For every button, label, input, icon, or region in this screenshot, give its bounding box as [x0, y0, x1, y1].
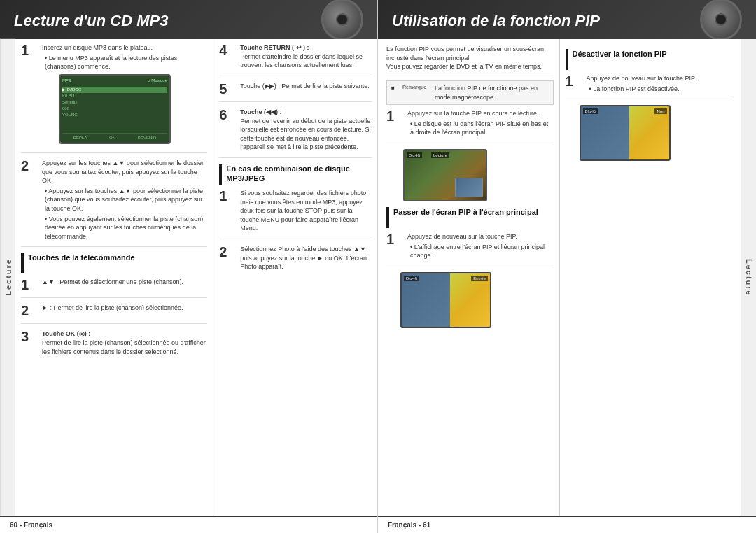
- pip-screen-inner: Blu-Ki Lecture: [405, 150, 486, 200]
- step6-title: Touche (◀◀) :: [240, 108, 281, 115]
- touches-ok-title: Touche OK (◎) :: [42, 330, 90, 337]
- step-bullet-2a: • Appuyez sur les touches ▲▼ pour sélect…: [45, 187, 207, 213]
- desact-left-img: [581, 106, 629, 159]
- page-right: Utilisation de la fonction PIP La foncti…: [378, 0, 756, 533]
- passer-title: Passer de l'écran PIP à l'écran principa…: [393, 207, 538, 217]
- step4-text: Permet d'atteindre le dossier dans leque…: [240, 53, 363, 69]
- step-content-2: Appuyez sur les touches ▲▼ pour sélectio…: [42, 159, 207, 241]
- desact-right-img: [629, 106, 669, 159]
- passer-content-1: Appuyez de nouveau sur la touche PIP. • …: [407, 232, 554, 260]
- step-content-5: Touche (▶▶) : Permet de lire la piste su…: [240, 82, 372, 91]
- mp3-top-bar: MP3 ♪ Musique: [62, 78, 167, 85]
- touches-num-2: 2: [21, 304, 38, 318]
- right-footer: Français - 61: [378, 516, 756, 533]
- encas-step-2: 2 Sélectionnez Photo à l'aide des touche…: [219, 245, 372, 277]
- touches-section-header: Touches de la télécommande: [21, 253, 207, 273]
- step-6: 6 Touche (◀◀) : Permet de revenir au déb…: [219, 108, 372, 158]
- step-num-5: 5: [219, 82, 236, 96]
- touches-title: Touches de la télécommande: [28, 253, 135, 262]
- pip-col-left: La fonction PIP vous permet de visualise…: [378, 39, 560, 516]
- step-4: 4 Touche RETURN ( ↩ ) : Permet d'atteind…: [219, 43, 372, 76]
- right-body: La fonction PIP vous permet de visualise…: [378, 39, 756, 516]
- left-col-b: 4 Touche RETURN ( ↩ ) : Permet d'atteind…: [214, 39, 377, 516]
- desactiver-bullet: • La fonction PIP est désactivée.: [589, 85, 733, 94]
- passer-step-1: 1 Appuyez de nouveau sur la touche PIP. …: [386, 232, 554, 266]
- left-col-a: 1 Insérez un disque MP3 dans le plateau.…: [15, 39, 214, 516]
- step-5: 5 Touche (▶▶) : Permet de lire la piste …: [219, 82, 372, 102]
- desactiver-screen-display: Blu-Ki Non: [580, 105, 671, 161]
- pip-col-right: Désactiver la fonction PIP 1 Appuyez de …: [560, 39, 741, 516]
- pip-screen-display: Blu-Ki Lecture: [403, 149, 487, 201]
- passer-num-1: 1: [386, 232, 403, 246]
- mp3-file-young: YOUNG: [62, 112, 167, 118]
- encas-title: En cas de combinaison de disque MP3/JPEG: [226, 164, 372, 184]
- step-bullet-2b: • Vous pouvez également sélectionner la …: [45, 215, 207, 241]
- encas-num-2: 2: [219, 245, 236, 259]
- passer-label-left: Blu-Ki: [404, 276, 419, 281]
- desactiver-title: Désactiver la fonction PIP: [573, 49, 667, 59]
- encas-num-1: 1: [219, 189, 236, 203]
- step-bullet-1: • Le menu MP3 apparaît et la lecture des…: [45, 54, 207, 71]
- mp3-btn-depla: DEPLA: [74, 135, 88, 141]
- step6-text: Permet de revenir au début de la piste a…: [240, 118, 370, 151]
- mp3-mode: ♪ Musique: [148, 78, 167, 83]
- left-sidebar-label: Lecture: [0, 39, 15, 516]
- pip-step-bullet-1: • Le disque est lu dans l'écran PIP situ…: [410, 120, 554, 137]
- step4-title: Touche RETURN ( ↩ ) :: [240, 44, 309, 51]
- step-1: 1 Insérez un disque MP3 dans le plateau.…: [21, 43, 207, 153]
- left-title: Lecture d'un CD MP3: [14, 13, 363, 29]
- pip-step-num-1: 1: [386, 109, 403, 123]
- mp3-btn-on: ON: [109, 135, 115, 141]
- mp3-file-888: 888: [62, 106, 167, 112]
- mp3-btn-revenir: REVENIR: [138, 135, 157, 141]
- right-page-number: Français - 61: [388, 521, 430, 529]
- touches-content-1: ▲▼ : Permet de sélectionner une piste (c…: [42, 278, 207, 287]
- touches-content-2: ► : Permet de lire la piste (chanson) sé…: [42, 304, 207, 313]
- touches-num-1: 1: [21, 278, 38, 292]
- touches-num-3: 3: [21, 329, 38, 343]
- left-body: Lecture 1 Insérez un disque MP3 dans le …: [0, 39, 377, 516]
- left-footer: 60 - Français: [0, 516, 377, 533]
- step-number-2: 2: [21, 159, 38, 173]
- desactiver-screen-inner: Blu-Ki Non: [581, 106, 669, 159]
- step-2: 2 Appuyez sur les touches ▲▼ pour sélect…: [21, 159, 207, 247]
- step-num-4: 4: [219, 43, 236, 57]
- pip-lecture-label: Lecture: [431, 152, 449, 158]
- encas-content-2: Sélectionnez Photo à l'aide des touches …: [240, 245, 372, 271]
- pip-intro-text: La fonction PIP vous permet de visualise…: [386, 45, 544, 70]
- right-sidebar-label: Lecture: [741, 39, 756, 516]
- note-label: Remarque: [402, 84, 430, 91]
- section-bar-desactiver: [566, 49, 568, 70]
- note-icon: ■: [391, 84, 400, 92]
- step-num-6: 6: [219, 108, 236, 122]
- encas-content-1: Si vous souhaitez regarder des fichiers …: [240, 189, 372, 233]
- touches-ok-text: Permet de lire la piste (chanson) sélect…: [42, 339, 206, 355]
- desactiver-step-1: 1 Appuyez de nouveau sur la touche PIP. …: [566, 74, 733, 99]
- step-content-4: Touche RETURN ( ↩ ) : Permet d'atteindre…: [240, 43, 372, 70]
- desact-label-right: Non: [654, 108, 666, 114]
- pip-note: ■ Remarque La fonction PIP ne fonctionne…: [386, 80, 554, 105]
- page-left: Lecture d'un CD MP3 Lecture 1 Insérez un…: [0, 0, 378, 533]
- mp3-file-kilbu: KILBU: [62, 93, 167, 99]
- desactiver-num-1: 1: [566, 74, 582, 88]
- desactiver-content-1: Appuyez de nouveau sur la touche PIP. • …: [587, 74, 733, 93]
- left-header: Lecture d'un CD MP3: [0, 0, 377, 39]
- passer-left-img: [402, 273, 450, 327]
- desactiver-section-header: Désactiver la fonction PIP: [566, 49, 733, 70]
- touches-step-3: 3 Touche OK (◎) : Permet de lire la pist…: [21, 329, 207, 362]
- desact-label-left: Blu-Ki: [583, 108, 598, 114]
- passer-right-img: [450, 273, 490, 327]
- pip-step-1: 1 Appuyez sur la touche PIP en cours de …: [386, 109, 554, 143]
- mp3-file-senti: Sentibl2: [62, 99, 167, 106]
- step-number-1: 1: [21, 43, 38, 57]
- passer-bullet: • L'affichage entre l'écran PIP et l'écr…: [410, 243, 554, 260]
- right-title: Utilisation de la fonction PIP: [392, 13, 742, 29]
- pip-intro: La fonction PIP vous permet de visualise…: [386, 45, 554, 76]
- section-bar-encas: [219, 164, 222, 185]
- note-text: La fonction PIP ne fonctionne pas en mod…: [435, 84, 549, 101]
- passer-label-right: Entrée: [471, 276, 488, 281]
- pip-main-label: Blu-Ki: [407, 152, 422, 158]
- step-content-6: Touche (◀◀) : Permet de revenir au début…: [240, 108, 372, 152]
- touches-step-2: 2 ► : Permet de lire la piste (chanson) …: [21, 304, 207, 324]
- mp3-file-list: ▶ DJDOC KILBU Sentibl2 888 YOUNG: [62, 87, 167, 131]
